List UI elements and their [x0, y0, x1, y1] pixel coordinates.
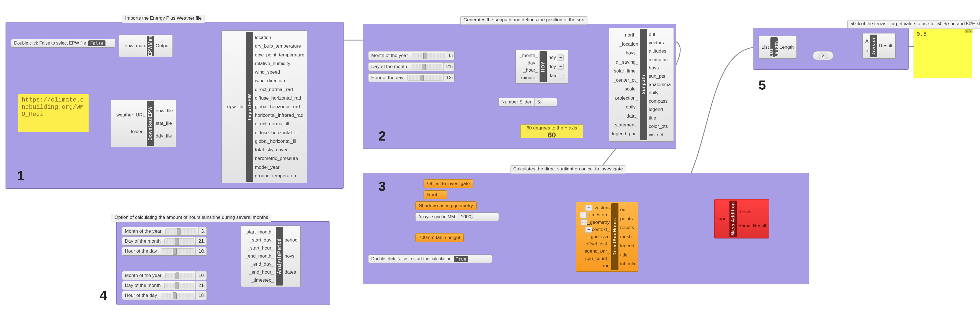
dsh-in-btn-0[interactable]: ⋯: [585, 205, 592, 211]
grasshopper-canvas[interactable]: Imports the Energy Plus Weather file 1 D…: [0, 0, 980, 314]
component-sunpath[interactable]: north__locationhoys_dl_saving_solar_time…: [609, 28, 674, 142]
component-epwmap[interactable]: _epw_map EPWMap Output: [119, 35, 173, 57]
import-out-7: diffuse_horizontal_rad: [255, 95, 304, 101]
select-epw-label: Double click False to select EPW file: [14, 41, 86, 46]
listlen-out-0: Length: [779, 44, 794, 51]
run-toggle[interactable]: Double click False to start the calculat…: [368, 255, 492, 263]
dsh-in-btn-1[interactable]: ⋯: [580, 212, 587, 218]
hoy-out-btn-0[interactable]: ⋯: [557, 54, 564, 60]
div-in-a: A: [865, 38, 869, 44]
weather-url-panel[interactable]: https://climate.onebuilding.org/WMO_Regi: [18, 94, 89, 132]
component-division[interactable]: A B Division Result: [862, 33, 896, 59]
slider-g4a-1[interactable]: Day of the month21: [122, 237, 207, 246]
ap-in-2: _start_hour_: [244, 245, 274, 252]
component-directsunhours[interactable]: ⋯_vectors⋯_timestep_⋯_geometry⋯context__…: [576, 202, 638, 272]
hoy-out-btn-1[interactable]: ⋯: [557, 63, 564, 70]
import-out-12: global_horizontal_ill: [255, 138, 304, 145]
ap-in-6: _timestep_: [244, 277, 274, 284]
slider-g4b-1-track[interactable]: [164, 283, 194, 288]
constant-2[interactable]: 2: [813, 51, 833, 60]
dsh-in-btn-2[interactable]: ⋯: [581, 219, 587, 225]
result-panel-tab: {0}: [964, 29, 972, 33]
component-downloadepw[interactable]: _weather_URL _folder_ DownloadEPW epw_fi…: [111, 100, 176, 147]
group-1-banner: Imports the Energy Plus Weather file: [122, 15, 205, 23]
epwmap-title: EPWMap: [147, 36, 154, 56]
hoy-out-btn-2[interactable]: ⋯: [558, 73, 565, 79]
slider-anayse-grid[interactable]: Anayse grid in MM 1000: [415, 213, 499, 221]
massadd-out-1: Partial Result: [738, 222, 766, 229]
massadd-out-0: Result: [738, 209, 766, 215]
relay-roof-label: Roof: [427, 192, 437, 198]
component-analysisperiod[interactable]: _start_month__start_day__start_hour__end…: [241, 225, 301, 287]
component-mass-addition[interactable]: Input Mass Addition Result Partial Resul…: [714, 199, 769, 238]
relay-object-investigate[interactable]: Object to investigate: [423, 179, 473, 188]
ap-out-1: hoys: [285, 253, 298, 260]
slider-g4b-0[interactable]: Month of the year10: [122, 271, 207, 280]
dsh-in-btn-3[interactable]: ⋯: [585, 227, 592, 233]
import-out-0: location: [255, 34, 304, 41]
import-out-2: dew_point_temperature: [255, 52, 304, 59]
import-out-11: diffuse_horizontal_ill: [255, 130, 304, 136]
result-panel-value: 0.5: [916, 31, 927, 37]
sunpath-in-2: hoys_: [612, 50, 638, 56]
slider-g4a-2-track[interactable]: [161, 249, 194, 254]
importepw-title: ImportEPW: [246, 32, 253, 182]
slider-g4b-1-value: 21: [196, 281, 207, 290]
slider-g2-1[interactable]: Day of the month21: [368, 62, 455, 71]
slider-g2-0-track[interactable]: [412, 53, 445, 59]
sunpath-out-2: altitudes: [649, 48, 671, 54]
epwmap-out-0: Output: [156, 43, 170, 49]
slider-g4b-1[interactable]: Day of the month21: [122, 281, 207, 290]
ap-in-4: _end_day_: [244, 261, 274, 268]
run-toggle-label: Double click False to start the calculat…: [371, 257, 452, 262]
dl-out-1: stat_file: [156, 120, 173, 127]
slider-g4a-1-track[interactable]: [164, 238, 194, 244]
slider-g2-1-track[interactable]: [411, 64, 442, 70]
anayse-grid-label: Anayse grid in MM: [415, 214, 458, 219]
component-importepw[interactable]: _epw_file ImportEPW locationdry_bulb_tem…: [221, 30, 307, 183]
import-out-3: relative_humidity: [255, 60, 304, 67]
angle-title: 60 degrees to the Y axis: [521, 125, 583, 131]
anayse-grid-value: 1000: [458, 213, 474, 221]
slider-g2-0[interactable]: Month of the year6: [368, 51, 455, 60]
slider-g4b-2-track[interactable]: [161, 293, 194, 298]
hoy-out-1: doy⋯: [549, 63, 565, 70]
slider-g2-2[interactable]: Hour of the day13: [368, 73, 455, 82]
relay-roof[interactable]: Roof: [423, 190, 447, 199]
import-out-6: direct_normal_rad: [255, 86, 304, 93]
dsh-in-2: ⋯_geometry: [579, 219, 609, 226]
slider-g4a-0[interactable]: Month of the year3: [122, 227, 207, 236]
result-panel[interactable]: {0} 0.5: [913, 29, 972, 78]
slider-g4a-0-track[interactable]: [165, 228, 197, 234]
slider-g4b-0-track[interactable]: [165, 273, 194, 278]
slider-g2-0-label: Month of the year: [369, 53, 410, 59]
slider-g4a-2[interactable]: Hour of the day10: [122, 247, 207, 255]
massadd-title: Mass Addition: [729, 201, 737, 237]
component-list-length[interactable]: List List Length Length: [759, 36, 797, 59]
component-hoy[interactable]: _month__day__hour__minute_ HOY hoy⋯doy⋯d…: [515, 50, 568, 84]
epwmap-in-0: _epw_map: [122, 43, 145, 49]
slider-g4b-2[interactable]: Hour of the day18: [122, 291, 207, 300]
relay-shadow-geom[interactable]: Shadow casting geometry: [415, 201, 477, 210]
dsh-title: DirectSunHours: [611, 203, 619, 270]
dl-out-0: epw_file: [156, 108, 173, 114]
dsh-out-5: title: [620, 252, 635, 258]
sunpath-in-1: _location: [612, 41, 638, 48]
sunpath-out-8: compass: [649, 98, 671, 105]
sunpath-out-12: vis_set: [649, 132, 671, 138]
relay-object-investigate-label: Object to investigate: [427, 181, 470, 187]
dsh-out-0: out: [620, 206, 635, 213]
division-title: Division: [870, 35, 877, 57]
select-epw-toggle[interactable]: Double click False to select EPW file Fa…: [11, 39, 115, 48]
dsh-in-7: _cpu_count_: [579, 255, 609, 262]
sunpath-in-10: statement_: [612, 122, 638, 128]
weather-url-text: https://climate.onebuilding.org/WMO_Regi: [22, 97, 84, 118]
relay-table-height[interactable]: 700mm table height: [415, 233, 464, 242]
slider-number-slider[interactable]: Number Slider 5: [498, 98, 557, 106]
angle-panel[interactable]: 60 degrees to the Y axis 60: [520, 124, 583, 138]
dsh-in-1: ⋯_timestep_: [579, 212, 609, 218]
dsh-in-6: legend_par_: [579, 248, 609, 255]
import-out-14: barometric_pressure: [255, 155, 304, 162]
sunpath-in-0: north_: [612, 32, 638, 38]
slider-g2-2-track[interactable]: [407, 75, 442, 81]
